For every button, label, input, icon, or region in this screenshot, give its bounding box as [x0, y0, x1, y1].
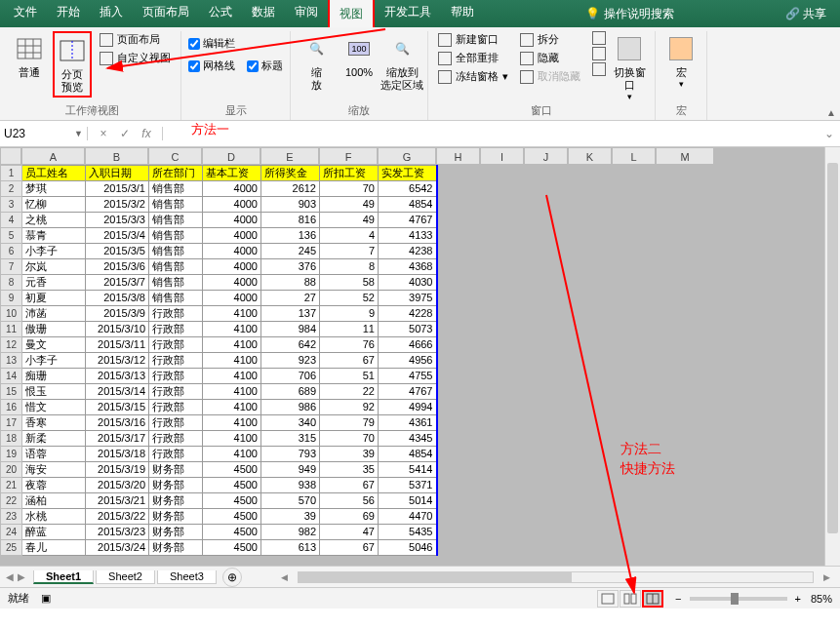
cell[interactable]: 4000 [203, 259, 261, 275]
cell[interactable]: 4100 [203, 384, 261, 400]
menu-帮助[interactable]: 帮助 [441, 0, 484, 29]
name-box-input[interactable] [4, 127, 62, 140]
row-header-8[interactable]: 8 [1, 275, 22, 291]
cell[interactable]: 4100 [203, 447, 261, 462]
col-header-C[interactable]: C [148, 147, 202, 165]
cell[interactable]: 570 [261, 493, 320, 509]
cell[interactable]: 2015/3/21 [86, 493, 149, 509]
cell[interactable]: 949 [261, 462, 320, 478]
cell[interactable]: 793 [261, 447, 320, 462]
row-header-14[interactable]: 14 [1, 369, 22, 384]
name-box[interactable]: ▼ [0, 127, 88, 140]
cell[interactable]: 4000 [203, 275, 261, 291]
cell[interactable]: 376 [261, 259, 320, 275]
cell[interactable]: 642 [261, 337, 320, 353]
row-header-13[interactable]: 13 [1, 353, 22, 369]
cell[interactable]: 元香 [22, 275, 86, 291]
menu-审阅[interactable]: 审阅 [285, 0, 328, 29]
col-header-A[interactable]: A [21, 147, 85, 165]
cell[interactable]: 恨玉 [22, 384, 86, 400]
cell[interactable]: 2015/3/2 [86, 197, 149, 213]
switch-windows-button[interactable]: 切换窗口▾ [610, 31, 649, 103]
page-layout-button[interactable]: 页面布局 [96, 31, 175, 48]
cell[interactable]: 2015/3/12 [86, 353, 149, 369]
menu-开始[interactable]: 开始 [47, 0, 90, 29]
cell[interactable]: 4470 [379, 509, 437, 525]
cell[interactable]: 小李子 [22, 244, 86, 259]
cell[interactable]: 4368 [379, 259, 437, 275]
cell[interactable]: 2015/3/14 [86, 384, 149, 400]
cell[interactable]: 22 [320, 384, 379, 400]
cell[interactable]: 新柔 [22, 431, 86, 447]
cell[interactable]: 销售部 [149, 213, 203, 228]
cell[interactable]: 涵柏 [22, 493, 86, 509]
row-header-22[interactable]: 22 [1, 493, 22, 509]
cell[interactable]: 水桃 [22, 509, 86, 525]
cell[interactable]: 曼文 [22, 337, 86, 353]
row-header-15[interactable]: 15 [1, 384, 22, 400]
cell[interactable]: 9 [320, 306, 379, 322]
cell[interactable]: 2015/3/18 [86, 447, 149, 462]
zoom-slider[interactable] [690, 597, 787, 601]
headings-checkbox[interactable]: 标题 [246, 58, 284, 74]
cell[interactable]: 4854 [379, 447, 437, 462]
cell[interactable]: 沛菡 [22, 306, 86, 322]
cell[interactable]: 986 [261, 400, 320, 415]
menu-视图[interactable]: 视图 [328, 0, 375, 29]
cell[interactable]: 27 [261, 291, 320, 306]
row-header-9[interactable]: 9 [1, 291, 22, 306]
horizontal-scrollbar[interactable] [298, 571, 814, 583]
hscroll-left[interactable]: ◀ [281, 572, 288, 582]
cell[interactable]: 傲珊 [22, 322, 86, 337]
cell[interactable]: 财务部 [149, 525, 203, 540]
new-sheet-button[interactable]: ⊕ [222, 568, 242, 587]
row-header-19[interactable]: 19 [1, 447, 22, 462]
header-cell[interactable]: 所扣工资 [320, 166, 379, 181]
cell[interactable]: 88 [261, 275, 320, 291]
cell[interactable]: 行政部 [149, 384, 203, 400]
cell[interactable]: 5435 [379, 525, 437, 540]
cell[interactable]: 夜蓉 [22, 478, 86, 493]
cell[interactable]: 财务部 [149, 462, 203, 478]
cell[interactable]: 689 [261, 384, 320, 400]
cell[interactable]: 尔岚 [22, 259, 86, 275]
cell[interactable]: 4500 [203, 525, 261, 540]
row-header-21[interactable]: 21 [1, 478, 22, 493]
cell[interactable]: 5414 [379, 462, 437, 478]
row-header-3[interactable]: 3 [1, 197, 22, 213]
cell[interactable]: 4361 [379, 415, 437, 431]
arrange-all-button[interactable]: 全部重排 [434, 50, 512, 66]
gridlines-checkbox[interactable]: 网格线 [187, 58, 236, 74]
sheet-tab-Sheet2[interactable]: Sheet2 [96, 570, 155, 584]
cell[interactable]: 4 [320, 228, 379, 244]
view-side-by-side-icon[interactable] [592, 31, 606, 45]
cell[interactable]: 财务部 [149, 478, 203, 493]
worksheet-grid[interactable]: 第一页 ABCDEFGHIJKLM1员工姓名入职日期所在部门基本工资所得奖金所扣… [0, 147, 840, 566]
menu-开发工具[interactable]: 开发工具 [375, 0, 441, 29]
cell[interactable]: 52 [320, 291, 379, 306]
cell[interactable]: 706 [261, 369, 320, 384]
cell[interactable]: 47 [320, 525, 379, 540]
cell[interactable]: 816 [261, 213, 320, 228]
cell[interactable]: 136 [261, 228, 320, 244]
normal-view-btn[interactable] [597, 590, 619, 608]
cell[interactable]: 4100 [203, 369, 261, 384]
row-header-23[interactable]: 23 [1, 509, 22, 525]
cell[interactable]: 4100 [203, 431, 261, 447]
row-header-5[interactable]: 5 [1, 228, 22, 244]
cell[interactable]: 2015/3/11 [86, 337, 149, 353]
cell[interactable]: 行政部 [149, 306, 203, 322]
cell[interactable]: 行政部 [149, 400, 203, 415]
cell[interactable]: 4994 [379, 400, 437, 415]
cell[interactable]: 11 [320, 322, 379, 337]
cell[interactable]: 语蓉 [22, 447, 86, 462]
cell[interactable]: 4100 [203, 400, 261, 415]
cell[interactable]: 4228 [379, 306, 437, 322]
tab-nav-next[interactable]: ▶ [18, 571, 25, 582]
cell[interactable]: 初夏 [22, 291, 86, 306]
cell[interactable]: 海安 [22, 462, 86, 478]
cell[interactable]: 行政部 [149, 353, 203, 369]
menu-文件[interactable]: 文件 [4, 0, 47, 29]
sync-scroll-icon[interactable] [592, 47, 606, 60]
macros-button[interactable]: 宏▾ [661, 31, 700, 91]
